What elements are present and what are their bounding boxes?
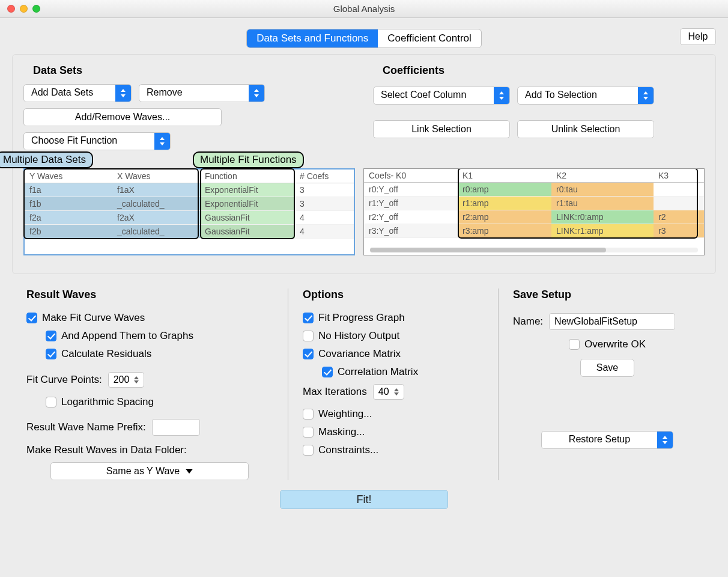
col-k1: K1 [458, 169, 551, 183]
prefix-label: Result Wave Name Prefix: [26, 421, 146, 433]
table-row: r3:Y_offr3:ampLINK:r1:ampr3 [364, 224, 704, 238]
save-button[interactable]: Save [580, 359, 634, 377]
triangle-down-icon [186, 469, 193, 474]
table-row: f2af2aXGaussianFit4 [25, 211, 354, 225]
add-remove-waves-button[interactable]: Add/Remove Waves... [23, 108, 222, 126]
chk-append-graphs[interactable]: And Append Them to Graphs [46, 330, 273, 342]
checkbox-icon [569, 339, 580, 350]
select-coef-column-select[interactable]: Select Coef Column [373, 87, 510, 105]
checkbox-icon [46, 331, 56, 341]
chk-fit-progress[interactable]: Fit Progress Graph [303, 312, 484, 324]
name-label: Name: [513, 316, 543, 328]
restore-setup-select[interactable]: Restore Setup [541, 431, 673, 449]
coefs-heading: Coefficients [383, 64, 705, 77]
callout-mff: Multiple Fit Functions [193, 151, 304, 168]
zoom-icon[interactable] [32, 5, 40, 13]
checkbox-icon [46, 397, 56, 408]
options-heading: Options [303, 288, 484, 301]
chevron-updown-icon [249, 85, 264, 102]
checkbox-icon [46, 349, 56, 359]
datasets-table[interactable]: Y Waves X Waves Function # Coefs f1af1aX… [25, 169, 354, 239]
checkbox-icon [303, 445, 314, 456]
col-ncoefs: # Coefs [295, 169, 354, 183]
stepper-icon [394, 385, 404, 399]
titlebar: Global Analysis [0, 0, 728, 18]
tab-datasets[interactable]: Data Sets and Functions [247, 29, 378, 47]
link-selection-button[interactable]: Link Selection [373, 120, 510, 138]
table-row: r0:Y_offr0:ampr0:tau [364, 183, 704, 197]
make-folder-label: Make Result Waves in Data Folder: [26, 444, 273, 456]
checkbox-icon [26, 313, 37, 323]
checkbox-icon [303, 331, 314, 341]
window-title: Global Analysis [333, 4, 395, 14]
col-function: Function [200, 169, 295, 183]
chk-no-history[interactable]: No History Output [303, 330, 484, 342]
chk-make-fit-curve[interactable]: Make Fit Curve Waves [26, 312, 273, 324]
table-row: f1af1aXExponentialFit3 [25, 183, 354, 197]
result-waves-heading: Result Waves [26, 288, 273, 301]
chk-log-spacing[interactable]: Logarithmic Spacing [46, 396, 273, 408]
fit-curve-points-label: Fit Curve Points: [26, 374, 102, 386]
h-scrollbar[interactable] [370, 248, 698, 252]
chevron-updown-icon [638, 87, 654, 104]
chevron-updown-icon [657, 432, 673, 448]
max-iter-label: Max Iterations [303, 386, 367, 398]
table-row: f1b_calculated_ExponentialFit3 [25, 197, 354, 211]
checkbox-icon [322, 367, 333, 377]
tab-coef-control[interactable]: Coefficient Control [378, 29, 481, 47]
col-k2: K2 [551, 169, 654, 183]
datasets-table-wrap: Multiple Data Sets Multiple Fit Function… [23, 168, 355, 255]
result-folder-select[interactable]: Same as Y Wave [50, 462, 249, 480]
save-setup-heading: Save Setup [513, 288, 702, 301]
col-xwaves: X Waves [112, 169, 200, 183]
table-row: r2:Y_offr2:ampLINK:r0:ampr2 [364, 210, 704, 224]
remove-select[interactable]: Remove [139, 84, 265, 102]
table-row: r1:Y_offr1:ampr1:tau [364, 197, 704, 210]
chk-correlation[interactable]: Correlation Matrix [322, 366, 484, 378]
chk-covariance[interactable]: Covariance Matrix [303, 348, 484, 360]
col-k0: Coefs- K0 [364, 169, 458, 183]
choose-fit-function-select[interactable]: Choose Fit Function [23, 132, 171, 150]
coefs-table[interactable]: Coefs- K0 K1 K2 K3 r0:Y_offr0:ampr0:tau … [364, 169, 704, 238]
chk-weighting[interactable]: Weighting... [303, 408, 484, 420]
callout-mds: Multiple Data Sets [0, 151, 93, 168]
chevron-updown-icon [154, 133, 170, 150]
chevron-updown-icon [494, 87, 509, 104]
col-ywaves: Y Waves [25, 169, 112, 183]
chevron-updown-icon [115, 85, 131, 102]
add-data-sets-select[interactable]: Add Data Sets [23, 84, 132, 102]
name-input[interactable] [549, 313, 675, 330]
close-icon[interactable] [7, 5, 15, 13]
checkbox-icon [303, 409, 314, 420]
chk-overwrite[interactable]: Overwrite OK [513, 338, 702, 350]
fit-curve-points-input[interactable]: 200 [108, 372, 145, 388]
prefix-input[interactable] [152, 419, 200, 436]
checkbox-icon [303, 349, 314, 359]
col-k3: K3 [654, 169, 704, 183]
minimize-icon[interactable] [20, 5, 28, 13]
stepper-icon [134, 373, 144, 387]
help-button[interactable]: Help [680, 28, 716, 45]
checkbox-icon [303, 313, 314, 323]
checkbox-icon [303, 427, 314, 438]
chk-calc-residuals[interactable]: Calculate Residuals [46, 348, 273, 360]
table-row: f2b_calculated_GaussianFit4 [25, 225, 354, 239]
max-iter-input[interactable]: 40 [373, 384, 404, 400]
traffic-lights [7, 5, 40, 13]
fit-button[interactable]: Fit! [280, 490, 448, 509]
tab-bar: Data Sets and Functions Coefficient Cont… [246, 29, 482, 48]
add-to-selection-select[interactable]: Add To Selection [517, 87, 654, 105]
chk-masking[interactable]: Masking... [303, 426, 484, 438]
unlink-selection-button[interactable]: Unlink Selection [517, 120, 654, 138]
chk-constraints[interactable]: Constraints... [303, 444, 484, 456]
datasets-heading: Data Sets [33, 64, 360, 77]
coefs-table-wrap: Arbitrary Linkage Coefs- K0 K1 K2 K3 r0:… [363, 168, 705, 255]
